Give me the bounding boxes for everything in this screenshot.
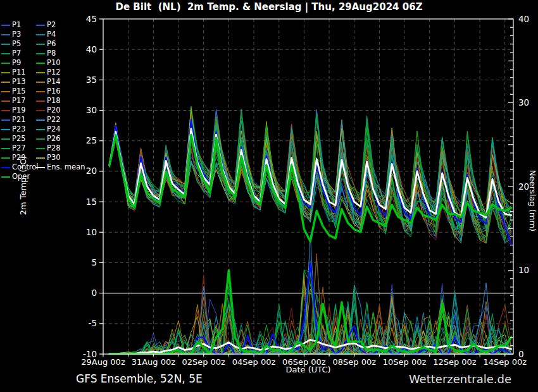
y-left-tick-label: 5 bbox=[91, 257, 97, 267]
y-left-tick-label: 10 bbox=[86, 227, 97, 237]
footer-site-name: Wetterzentrale.de bbox=[409, 372, 511, 386]
y-left-tick-label: 15 bbox=[86, 197, 97, 207]
y-right-tick-label: 10 bbox=[518, 265, 529, 275]
y-left-tick-label: 0 bbox=[91, 288, 97, 298]
x-tick-label: 12Sep 00z bbox=[433, 357, 477, 367]
y-right-tick-label: 40 bbox=[518, 14, 529, 24]
meteogram-page: De Bilt (NL) 2m Temp. & Neerslag | Thu, … bbox=[0, 0, 538, 392]
y-left-tick-label: -5 bbox=[89, 318, 97, 328]
x-tick-label: 14Sep 00z bbox=[484, 357, 527, 367]
x-axis-label: Date (UTC) bbox=[245, 365, 372, 374]
y-right-tick-label: 30 bbox=[518, 97, 529, 107]
precip-member-lines bbox=[109, 235, 511, 355]
y-left-tick-label: 30 bbox=[86, 105, 97, 115]
y-axis-label-temp: 2m Temp. (°C) bbox=[18, 123, 28, 249]
y-left-tick-label: 20 bbox=[86, 166, 97, 176]
x-tick-label: 29Aug 00z bbox=[81, 357, 125, 367]
x-tick-label: 10Sep 00z bbox=[383, 357, 427, 367]
meteogram-chart: 454035302520151050-5-1040302010029Aug 00… bbox=[0, 0, 538, 392]
y-axis-label-precip: Neerslag (mm) bbox=[528, 138, 537, 264]
y-left-tick-label: 45 bbox=[86, 14, 97, 24]
x-tick-label: 02Sep 00z bbox=[182, 357, 225, 367]
y-axis-right: 403020100 bbox=[508, 14, 529, 359]
y-left-tick-label: 25 bbox=[86, 135, 97, 145]
y-axis-left: 454035302520151050-5-10 bbox=[83, 14, 103, 359]
y-left-tick-label: 35 bbox=[86, 75, 97, 85]
footer-model-info: GFS Ensemble, 52N, 5E bbox=[76, 372, 203, 385]
y-left-tick-label: 40 bbox=[86, 44, 97, 54]
temp-ens-mean-line bbox=[109, 129, 511, 218]
x-tick-label: 31Aug 00z bbox=[132, 357, 176, 367]
